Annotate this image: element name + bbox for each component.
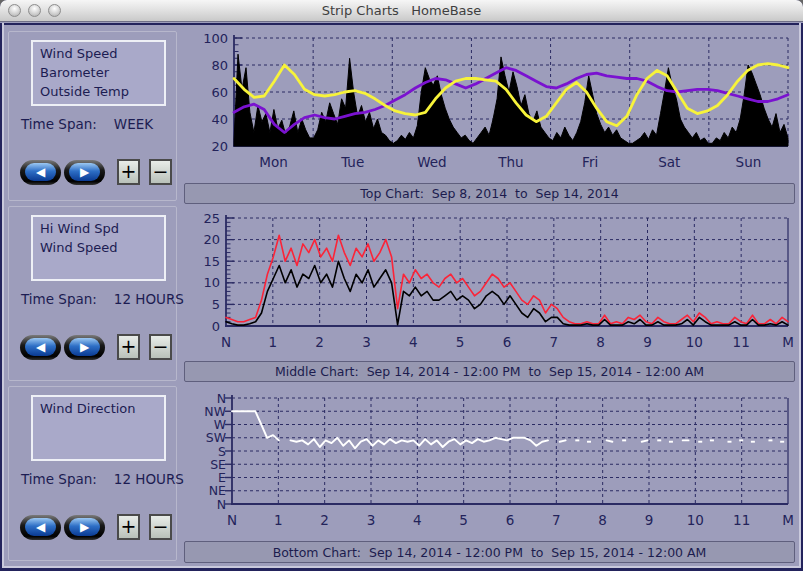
svg-text:6: 6 [503,334,512,350]
svg-text:4: 4 [413,512,422,528]
zoom-out-button[interactable]: − [149,159,172,185]
svg-text:10: 10 [687,512,704,528]
svg-text:11: 11 [733,334,750,350]
bottom-chart-caption: Bottom Chart: Sep 14, 2014 - 12:00 PM to… [184,541,795,563]
svg-text:60: 60 [211,85,228,100]
zoom-in-button[interactable]: + [117,334,140,360]
time-span-value: WEEK [114,116,153,132]
svg-text:S: S [218,444,226,459]
svg-text:20: 20 [211,139,228,154]
middle-chart-caption: Middle Chart: Sep 14, 2014 - 12:00 PM to… [184,361,795,382]
series-listbox[interactable]: Wind Direction [31,395,166,461]
svg-text:25: 25 [203,211,220,226]
time-span-label: Time Span: [21,116,97,132]
svg-text:20: 20 [203,232,220,247]
svg-text:Mon: Mon [259,154,287,170]
svg-text:2: 2 [320,512,329,528]
svg-text:3: 3 [367,512,376,528]
list-item[interactable]: Hi Wind Spd [40,219,164,238]
svg-text:N: N [217,391,226,406]
time-span-value: 12 HOURS [114,471,184,487]
zoom-out-button[interactable]: − [149,334,172,360]
series-listbox[interactable]: Hi Wind SpdWind Speed [31,215,166,281]
right-arrow-icon: ▶ [69,338,100,356]
svg-text:5: 5 [459,512,468,528]
svg-text:N: N [221,334,231,350]
top-chart-controls-panel: Wind SpeedBarometerOutside Temp Time Spa… [8,31,177,201]
list-item[interactable]: Barometer [40,63,164,82]
svg-text:100: 100 [203,31,228,46]
svg-text:10: 10 [203,275,220,290]
svg-text:NE: NE [209,483,226,498]
left-arrow-icon: ◀ [25,163,56,181]
svg-text:3: 3 [362,334,371,350]
svg-text:1: 1 [274,512,283,528]
top-chart-caption: Top Chart: Sep 8, 2014 to Sep 14, 2014 [184,183,795,204]
svg-text:M: M [782,334,794,350]
svg-text:SW: SW [206,430,226,445]
svg-text:5: 5 [212,297,220,312]
svg-text:4: 4 [409,334,418,350]
svg-text:Fri: Fri [582,154,598,170]
left-arrow-icon: ◀ [25,518,56,536]
window-title: Strip Charts HomeBase [0,3,803,18]
list-item[interactable]: Wind Speed [40,44,164,63]
series-listbox[interactable]: Wind SpeedBarometerOutside Temp [31,40,166,106]
time-span-label: Time Span: [21,471,97,487]
middle-chart-controls-panel: Hi Wind SpdWind Speed Time Span: 12 HOUR… [8,206,177,381]
scroll-left-button[interactable]: ◀ [20,335,61,360]
svg-text:W: W [214,417,226,432]
svg-text:Sat: Sat [658,154,680,170]
svg-text:11: 11 [733,512,750,528]
scroll-right-button[interactable]: ▶ [64,515,105,540]
scroll-right-button[interactable]: ▶ [64,335,105,360]
bottom-strip-chart: NNEESESSWWNWNN1234567891011M [184,386,796,536]
app-window: Strip Charts HomeBase Wind SpeedBaromete… [0,0,803,571]
svg-text:9: 9 [643,334,652,350]
svg-text:8: 8 [596,334,605,350]
scroll-left-button[interactable]: ◀ [20,515,61,540]
svg-text:N: N [227,512,237,528]
list-item[interactable]: Wind Speed [40,238,164,257]
svg-text:NW: NW [204,404,226,419]
svg-text:0: 0 [212,319,220,334]
zoom-in-button[interactable]: + [117,159,140,185]
svg-text:M: M [782,512,794,528]
list-item[interactable]: Wind Direction [40,399,164,418]
svg-text:E: E [218,470,226,485]
time-span-label: Time Span: [21,291,97,307]
middle-strip-chart: 0510152025N1234567891011M [184,208,796,358]
svg-text:10: 10 [686,334,703,350]
svg-text:15: 15 [203,254,220,269]
zoom-in-button[interactable]: + [117,514,140,540]
titlebar-divider [0,23,803,25]
svg-text:1: 1 [269,334,278,350]
svg-text:2: 2 [315,334,324,350]
svg-text:40: 40 [211,112,228,127]
svg-text:5: 5 [456,334,465,350]
scroll-right-button[interactable]: ▶ [64,160,105,185]
left-arrow-icon: ◀ [25,338,56,356]
svg-text:8: 8 [598,512,607,528]
time-span-value: 12 HOURS [114,291,184,307]
svg-text:80: 80 [211,58,228,73]
right-arrow-icon: ▶ [69,518,100,536]
svg-text:Tue: Tue [340,154,364,170]
bottom-chart-controls-panel: Wind Direction Time Span: 12 HOURS ◀ ▶ +… [8,386,177,561]
list-item[interactable]: Outside Temp [40,82,164,101]
svg-text:9: 9 [645,512,654,528]
svg-text:Thu: Thu [497,154,523,170]
svg-text:7: 7 [552,512,561,528]
svg-text:7: 7 [550,334,559,350]
scroll-left-button[interactable]: ◀ [20,160,61,185]
top-strip-chart: 20406080100MonTueWedThuFriSatSun [184,26,796,180]
svg-text:Wed: Wed [417,154,446,170]
right-arrow-icon: ▶ [69,163,100,181]
zoom-out-button[interactable]: − [149,514,172,540]
titlebar: Strip Charts HomeBase [0,0,803,22]
svg-text:N: N [217,497,226,512]
svg-text:6: 6 [506,512,515,528]
svg-text:SE: SE [210,457,226,472]
svg-text:Sun: Sun [736,154,762,170]
